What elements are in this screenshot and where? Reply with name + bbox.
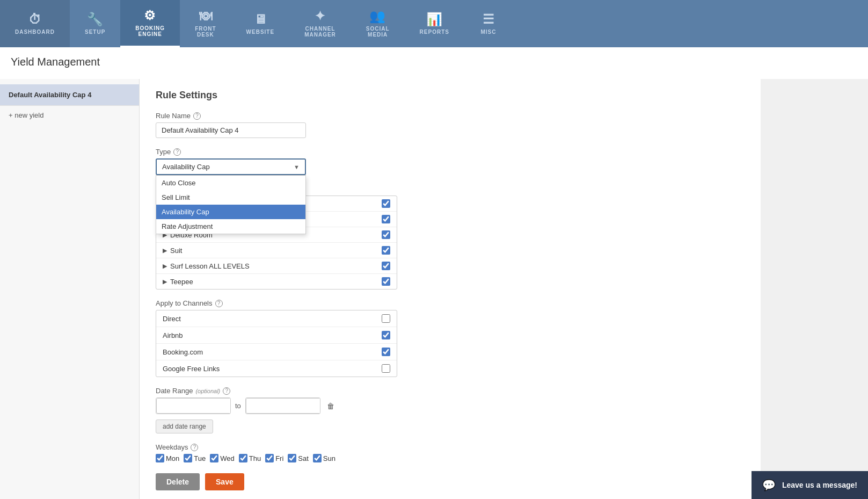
rate-plan-checkbox[interactable] bbox=[382, 277, 390, 286]
channel-row: Airbnb bbox=[156, 327, 397, 344]
channel-name: Airbnb bbox=[163, 331, 183, 339]
channel-row: Booking.com bbox=[156, 344, 397, 360]
rate-plan-row: ▶ Suit bbox=[156, 243, 397, 258]
channel-row: Google Free Links bbox=[156, 360, 397, 377]
rule-name-group: Rule Name ? bbox=[156, 112, 745, 138]
rate-plan-arrow-icon: ▶ bbox=[163, 263, 167, 270]
channel-name: Booking.com bbox=[163, 348, 203, 356]
channel-checkbox[interactable] bbox=[382, 364, 390, 373]
date-range-label: Date Range (optional) ? bbox=[156, 387, 745, 395]
chat-widget[interactable]: 💬 Leave us a message! bbox=[752, 471, 868, 499]
weekdays-label: Weekdays ? bbox=[156, 443, 745, 451]
rate-plan-name: ▶ Suit bbox=[163, 247, 182, 255]
rate-plan-row: ▶ Surf Lesson ALL LEVELS bbox=[156, 258, 397, 274]
channel-checkbox[interactable] bbox=[382, 314, 390, 323]
weekday-checkbox-sun[interactable] bbox=[313, 454, 322, 462]
channels-label: Apply to Channels ? bbox=[156, 299, 745, 307]
nav-item-booking-engine[interactable]: ⚙BOOKINGENGINE bbox=[120, 0, 180, 47]
channel-name: Direct bbox=[163, 315, 181, 323]
weekday-item-tue: Tue bbox=[184, 454, 206, 462]
rate-plan-label: Surf Lesson ALL LEVELS bbox=[170, 262, 250, 270]
rule-name-input[interactable] bbox=[156, 122, 306, 138]
type-select[interactable]: Availability Cap ▼ bbox=[156, 158, 306, 175]
type-dropdown-menu: Auto CloseSell LimitAvailability CapRate… bbox=[156, 175, 306, 234]
rate-plan-checkbox[interactable] bbox=[382, 262, 390, 270]
weekday-item-fri: Fri bbox=[265, 454, 283, 462]
right-sidebar bbox=[761, 79, 868, 499]
channels-group: Apply to Channels ? Direct Airbnb Bookin… bbox=[156, 299, 745, 377]
date-range-optional: (optional) bbox=[195, 388, 220, 394]
nav-icon-reports: 📊 bbox=[426, 13, 443, 26]
weekdays-group: Weekdays ? MonTueWedThuFriSatSun bbox=[156, 443, 745, 462]
sidebar-new-yield[interactable]: + new yield bbox=[0, 106, 139, 125]
channel-checkbox[interactable] bbox=[382, 348, 390, 356]
delete-button[interactable]: Delete bbox=[156, 473, 200, 490]
rule-name-label: Rule Name ? bbox=[156, 112, 745, 120]
weekday-label-thu: Thu bbox=[249, 454, 261, 462]
date-to-input[interactable] bbox=[246, 398, 320, 414]
nav-item-reports[interactable]: 📊REPORTS bbox=[405, 0, 464, 47]
type-select-wrapper: Availability Cap ▼ Auto CloseSell LimitA… bbox=[156, 158, 306, 175]
rate-plan-name: ▶ Surf Lesson ALL LEVELS bbox=[163, 262, 250, 270]
nav-icon-channel-manager: ✦ bbox=[315, 10, 326, 23]
type-group: Type ? Availability Cap ▼ Auto CloseSell… bbox=[156, 148, 745, 175]
nav-icon-dashboard: ⏱ bbox=[28, 13, 42, 26]
dropdown-option-rate-adjustment[interactable]: Rate Adjustment bbox=[156, 219, 305, 234]
nav-item-front-desk[interactable]: 🍽FRONTDESK bbox=[180, 0, 231, 47]
page-title: Yield Management bbox=[11, 56, 868, 68]
weekday-label-mon: Mon bbox=[166, 454, 179, 462]
weekdays-help-icon: ? bbox=[191, 444, 198, 451]
rate-plan-checkbox[interactable] bbox=[382, 246, 390, 255]
rate-plan-checkbox[interactable] bbox=[382, 199, 390, 208]
date-to-wrapper: 📅 bbox=[245, 397, 320, 414]
weekday-item-sun: Sun bbox=[313, 454, 335, 462]
type-dropdown-arrow: ▼ bbox=[294, 164, 300, 170]
nav-item-website[interactable]: 🖥WEBSITE bbox=[231, 0, 290, 47]
weekday-checkbox-wed[interactable] bbox=[210, 454, 218, 462]
weekday-checkbox-tue[interactable] bbox=[184, 454, 192, 462]
save-button[interactable]: Save bbox=[205, 473, 244, 490]
sidebar-item-default[interactable]: Default Availability Cap 4 bbox=[0, 84, 139, 106]
weekday-item-sat: Sat bbox=[288, 454, 309, 462]
type-help-icon: ? bbox=[173, 148, 181, 156]
add-date-range-button[interactable]: add date range bbox=[156, 420, 213, 433]
nav-item-dashboard[interactable]: ⏱DASHBOARD bbox=[0, 0, 70, 47]
weekday-checkbox-sat[interactable] bbox=[288, 454, 296, 462]
nav-icon-misc: ☰ bbox=[483, 13, 495, 26]
chat-label: Leave us a message! bbox=[782, 481, 857, 489]
weekday-item-wed: Wed bbox=[210, 454, 235, 462]
main-content: Rule Settings Rule Name ? Type ? Availab… bbox=[140, 79, 761, 499]
weekday-label-sat: Sat bbox=[298, 454, 309, 462]
rate-plan-checkbox[interactable] bbox=[382, 230, 390, 239]
rate-plan-arrow-icon: ▶ bbox=[163, 247, 167, 254]
rate-plan-row: ▶ Teepee bbox=[156, 274, 397, 289]
nav-item-channel-manager[interactable]: ✦CHANNELMANAGER bbox=[289, 0, 351, 47]
weekday-checkbox-thu[interactable] bbox=[239, 454, 247, 462]
nav-icon-website: 🖥 bbox=[254, 13, 267, 26]
date-clear-btn[interactable]: 🗑 bbox=[327, 402, 334, 410]
date-range-row: 📅 to 📅 🗑 bbox=[156, 397, 745, 414]
rule-settings-title: Rule Settings bbox=[156, 90, 745, 101]
date-range-help-icon: ? bbox=[223, 387, 230, 395]
weekday-label-wed: Wed bbox=[220, 454, 235, 462]
nav-icon-social-media: 👥 bbox=[369, 10, 386, 23]
dropdown-option-auto-close[interactable]: Auto Close bbox=[156, 176, 305, 190]
rate-plan-label: Teepee bbox=[170, 278, 193, 286]
date-from-input[interactable] bbox=[156, 398, 231, 414]
nav-item-social-media[interactable]: 👥SOCIALMEDIA bbox=[351, 0, 405, 47]
channel-checkbox[interactable] bbox=[382, 331, 390, 339]
rule-name-help-icon: ? bbox=[193, 112, 201, 120]
rate-plan-label: Suit bbox=[170, 247, 182, 255]
top-nav: ⏱DASHBOARD🔧SETUP⚙BOOKINGENGINE🍽FRONTDESK… bbox=[0, 0, 868, 47]
nav-item-misc[interactable]: ☰MISC bbox=[464, 0, 513, 47]
dropdown-option-availability-cap[interactable]: Availability Cap bbox=[156, 205, 305, 219]
weekday-checkbox-mon[interactable] bbox=[156, 454, 164, 462]
nav-item-setup[interactable]: 🔧SETUP bbox=[70, 0, 120, 47]
dropdown-option-sell-limit[interactable]: Sell Limit bbox=[156, 190, 305, 205]
channel-name: Google Free Links bbox=[163, 365, 220, 373]
rate-plan-checkbox[interactable] bbox=[382, 215, 390, 223]
date-range-group: Date Range (optional) ? 📅 to 📅 🗑 bbox=[156, 387, 745, 433]
weekday-checkbox-fri[interactable] bbox=[265, 454, 274, 462]
rate-plan-arrow-icon: ▶ bbox=[163, 278, 167, 285]
chat-icon: 💬 bbox=[762, 479, 776, 491]
